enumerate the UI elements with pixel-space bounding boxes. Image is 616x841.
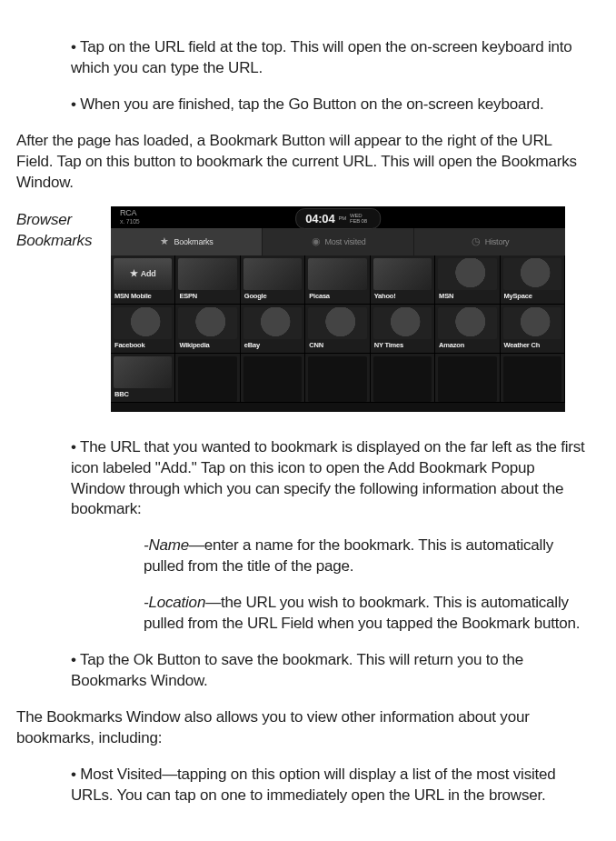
bookmark-item[interactable]: eBay	[241, 305, 305, 354]
status-bar: RCA x. 7105 04:04 PM WED FEB 08	[111, 206, 565, 228]
bookmark-label: Wikipedia	[175, 339, 239, 353]
bookmark-label: MSN	[435, 290, 499, 304]
bookmark-label: MySpace	[501, 290, 564, 304]
bookmark-label: Weather Ch	[501, 339, 564, 353]
clock-ampm: PM	[338, 215, 346, 222]
bookmark-item[interactable]: BBC	[111, 354, 175, 403]
bullet-url-field: • Tap on the URL field at the top. This …	[71, 37, 591, 79]
bookmark-label: Picasa	[305, 290, 369, 304]
field-name-rest: —enter a name for the bookmark. This is …	[144, 536, 553, 575]
bookmark-item[interactable]: ESPN	[175, 255, 240, 305]
bookmark-item[interactable]: CNN	[305, 305, 370, 354]
bookmark-item[interactable]: Picasa	[305, 255, 370, 305]
field-name: -Name—enter a name for the bookmark. Thi…	[144, 536, 594, 577]
bookmark-star-icon: ★	[159, 236, 170, 247]
bookmark-item[interactable]: Yahoo!	[371, 255, 435, 305]
para-bookmark-button: After the page has loaded, a Bookmark Bu…	[16, 131, 591, 194]
bookmark-label: ESPN	[175, 290, 239, 304]
bookmark-empty	[241, 354, 305, 403]
bookmark-label: Facebook	[111, 339, 174, 353]
bookmark-empty	[435, 354, 500, 403]
bookmark-item[interactable]: MySpace	[501, 255, 565, 305]
bookmark-tabs: ★ Bookmarks ◉ Most visited ◷ History	[111, 228, 565, 255]
field-name-lead: -Name	[144, 536, 189, 554]
tab-most-visited[interactable]: ◉ Most visited	[263, 228, 414, 255]
bookmark-item[interactable]: MSN	[435, 255, 500, 305]
field-location: -Location—the URL you wish to bookmark. …	[144, 593, 594, 635]
model-label: x. 7105	[120, 218, 140, 225]
tab-history-label: History	[485, 236, 510, 247]
bookmark-label: Google	[241, 290, 304, 304]
bookmark-label: BBC	[111, 388, 174, 402]
browser-bookmarks-screenshot: RCA x. 7105 04:04 PM WED FEB 08 ★ Bookma…	[111, 206, 565, 412]
clock-pill: 04:04 PM WED FEB 08	[295, 208, 381, 230]
field-location-rest: —the URL you wish to bookmark. This is a…	[144, 594, 580, 632]
clock-date: FEB 08	[350, 218, 367, 224]
brand-label: RCA	[120, 209, 140, 217]
bullet-add-icon: • The URL that you wanted to bookmark is…	[71, 437, 591, 521]
tab-history[interactable]: ◷ History	[414, 228, 565, 255]
tab-bookmarks[interactable]: ★ Bookmarks	[111, 228, 263, 255]
bookmark-item[interactable]: Facebook	[111, 305, 175, 354]
clock-icon: ◷	[471, 236, 482, 247]
bullet-most-visited: • Most Visited—tapping on this option wi…	[71, 765, 591, 806]
bookmark-label: NY Times	[371, 339, 434, 353]
figure-row: Browser Bookmarks RCA x. 7105 04:04 PM W…	[16, 206, 600, 412]
bookmark-grid: Add MSN Mobile ESPN Google Picasa Yahoo!…	[111, 255, 565, 412]
bookmark-label: MSN Mobile	[111, 290, 174, 304]
bookmark-item[interactable]: Amazon	[435, 305, 500, 354]
bookmark-empty	[175, 354, 240, 403]
tab-most-visited-label: Most visited	[324, 236, 365, 247]
bookmark-empty	[371, 354, 435, 403]
para-bookmarks-window: The Bookmarks Window also allows you to …	[16, 707, 591, 749]
tab-bookmarks-label: Bookmarks	[174, 236, 213, 247]
bookmark-item[interactable]: Weather Ch	[501, 305, 565, 354]
bookmark-label: CNN	[305, 339, 369, 353]
clock-time: 04:04	[305, 211, 334, 227]
bookmark-label: Amazon	[435, 339, 499, 353]
bookmark-label: Yahoo!	[371, 290, 434, 304]
bookmark-item[interactable]: NY Times	[371, 305, 435, 354]
bullet-ok-button: • Tap the Ok Button to save the bookmark…	[71, 650, 591, 692]
figure-caption: Browser Bookmarks	[16, 210, 111, 252]
bookmark-add[interactable]: Add MSN Mobile	[111, 255, 175, 305]
bookmark-empty	[305, 354, 370, 403]
bookmark-label: eBay	[241, 339, 304, 353]
eye-icon: ◉	[310, 236, 321, 247]
add-label: Add	[141, 268, 156, 279]
bookmark-item[interactable]: Wikipedia	[175, 305, 240, 354]
bookmark-item[interactable]: Google	[241, 255, 305, 305]
bookmark-empty	[501, 354, 565, 403]
field-location-lead: -Location	[144, 594, 205, 611]
bullet-go-button: • When you are finished, tap the Go Butt…	[71, 95, 591, 115]
